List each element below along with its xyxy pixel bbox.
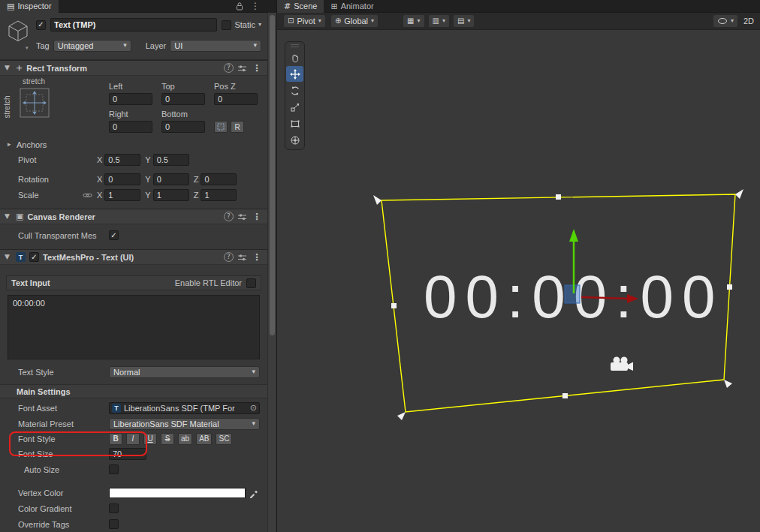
gizmo-plane-handle[interactable] xyxy=(565,285,580,303)
tab-inspector[interactable]: ▤ Inspector xyxy=(0,0,59,13)
anchor-preset-widget[interactable] xyxy=(20,88,50,118)
pivot-mode-button[interactable]: ⊡ Pivot ▾ xyxy=(283,14,326,28)
textmeshpro-presets-icon[interactable] xyxy=(237,253,247,262)
bottom-field[interactable] xyxy=(161,121,205,133)
rect-transform-header: ▼ + Rect Transform ? ⋮ xyxy=(0,60,267,76)
eyedropper-icon[interactable] xyxy=(248,488,260,498)
anchors-foldout-icon[interactable]: ▸ xyxy=(8,141,15,148)
rotation-z-field[interactable] xyxy=(201,173,237,185)
inspector-scrollbar-thumb[interactable] xyxy=(270,15,275,335)
cull-transparent-checkbox[interactable]: ✓ xyxy=(109,230,119,240)
rotation-y-field[interactable] xyxy=(153,173,189,185)
override-tags-label: Override Tags xyxy=(8,520,109,529)
scale-tool-button[interactable] xyxy=(286,99,303,115)
canvas-renderer-kebab-icon[interactable]: ⋮ xyxy=(251,212,263,221)
rotate-tool-button[interactable] xyxy=(286,83,303,98)
gameobject-icon-caret[interactable]: ▾ xyxy=(26,46,29,51)
view-tool-button[interactable] xyxy=(286,50,303,65)
material-preset-dropdown[interactable]: LiberationSans SDF Material ▾ xyxy=(109,418,260,430)
lock-icon[interactable] xyxy=(235,2,244,11)
override-tags-checkbox[interactable] xyxy=(109,519,119,529)
blueprint-mode-button[interactable] xyxy=(214,121,228,133)
camera-settings-button[interactable]: ▾ xyxy=(713,14,738,28)
rect-edge-handle-top[interactable] xyxy=(556,194,561,200)
rect-tool-button[interactable] xyxy=(286,116,303,131)
gameobject-cube-icon[interactable] xyxy=(6,19,30,43)
grid-snap-button[interactable]: ▥ ▾ xyxy=(428,14,450,28)
canvas-renderer-presets-icon[interactable] xyxy=(237,212,247,221)
textmeshpro-foldout-icon[interactable]: ▼ xyxy=(5,254,12,260)
rect-corner-handle-bl[interactable] xyxy=(397,412,406,420)
rect-transform-foldout-icon[interactable]: ▼ xyxy=(5,65,12,71)
scene-viewport[interactable]: 00:00:00 xyxy=(277,30,760,532)
rect-transform-kebab-icon[interactable]: ⋮ xyxy=(251,64,263,73)
font-asset-field[interactable]: T LiberationSans SDF (TMP For ⊙ xyxy=(109,402,260,414)
textmeshpro-help-icon[interactable]: ? xyxy=(224,252,234,262)
color-gradient-checkbox[interactable] xyxy=(109,503,119,513)
rect-corner-handle-br[interactable] xyxy=(724,380,732,388)
uppercase-button[interactable]: AB xyxy=(196,433,212,445)
scale-z-field[interactable] xyxy=(201,189,237,201)
rect-edge-handle-bottom[interactable] xyxy=(562,393,568,398)
canvas-renderer-help-icon[interactable]: ? xyxy=(224,212,234,221)
static-checkbox[interactable] xyxy=(222,20,231,30)
top-field[interactable] xyxy=(161,93,205,105)
rotation-x-label: X xyxy=(97,175,102,184)
static-caret-icon[interactable]: ▾ xyxy=(258,22,261,28)
canvas-renderer-header: ▼ ▣ Canvas Renderer ? ⋮ xyxy=(0,209,267,224)
lowercase-button[interactable]: ab xyxy=(178,433,192,445)
right-field[interactable] xyxy=(109,121,152,133)
camera-gizmo-icon[interactable] xyxy=(611,357,633,371)
rect-edge-handle-left[interactable] xyxy=(391,303,397,308)
tab-animator[interactable]: ⊞ Animator xyxy=(324,0,380,13)
layer-dropdown[interactable]: UI ▾ xyxy=(170,40,261,52)
scale-icon xyxy=(290,102,300,113)
pivot-y-field[interactable] xyxy=(153,154,189,166)
gizmo-y-arrowhead[interactable] xyxy=(569,229,578,242)
posz-field[interactable] xyxy=(214,93,258,105)
mode-2d-toggle[interactable]: 2D xyxy=(742,17,754,26)
strikethrough-button[interactable]: S xyxy=(161,433,174,445)
auto-size-checkbox[interactable] xyxy=(109,464,119,474)
rotation-x-field[interactable] xyxy=(104,173,140,185)
handle-rotation-button[interactable]: ⊕ Global ▾ xyxy=(330,14,378,28)
toolstrip-grip[interactable] xyxy=(285,42,304,49)
object-picker-icon[interactable]: ⊙ xyxy=(250,404,257,412)
canvas-renderer-foldout-icon[interactable]: ▼ xyxy=(5,213,12,220)
transform-tool-button[interactable] xyxy=(286,132,303,148)
textmeshpro-enabled-checkbox[interactable]: ✓ xyxy=(29,252,39,262)
left-field[interactable] xyxy=(109,93,152,105)
rect-transform-presets-icon[interactable] xyxy=(237,64,247,73)
rect-edge-handle-right[interactable] xyxy=(727,284,732,290)
textmeshpro-title: TextMeshPro - Text (UI) xyxy=(43,253,134,262)
text-style-dropdown[interactable]: Normal ▾ xyxy=(109,366,260,378)
scale-x-field[interactable] xyxy=(104,189,140,201)
rect-transform-help-icon[interactable]: ? xyxy=(224,63,234,73)
inspector-scrollbar[interactable] xyxy=(267,13,276,532)
inspector-kebab-icon[interactable]: ⋮ xyxy=(249,2,261,11)
pivot-caret-icon: ▾ xyxy=(318,18,321,24)
enable-rtl-checkbox[interactable] xyxy=(246,278,256,288)
gameobject-name-field[interactable] xyxy=(50,18,217,32)
vertex-color-swatch[interactable] xyxy=(109,488,246,498)
grid-icon: ▦ xyxy=(407,17,414,25)
scale-link-icon[interactable] xyxy=(83,191,92,200)
textmeshpro-kebab-icon[interactable]: ⋮ xyxy=(251,253,263,262)
grid-visibility-button[interactable]: ▦ ▾ xyxy=(403,14,424,28)
rect-corner-handle-tl[interactable] xyxy=(373,195,382,205)
smallcaps-button[interactable]: SC xyxy=(216,433,232,445)
gameobject-active-checkbox[interactable]: ✓ xyxy=(36,20,46,30)
move-tool-button[interactable] xyxy=(286,66,303,82)
move-icon xyxy=(290,69,300,80)
tab-scene[interactable]: # Scene xyxy=(277,0,324,13)
hand-icon xyxy=(290,53,300,63)
tag-dropdown[interactable]: Untagged ▾ xyxy=(53,40,131,52)
scale-x-label: X xyxy=(97,191,102,200)
rect-corner-handle-tr[interactable] xyxy=(735,189,743,199)
snap-increment-button[interactable]: ▤ ▾ xyxy=(453,14,475,28)
raw-edit-mode-button[interactable]: R xyxy=(231,121,244,133)
cull-transparent-label: Cull Transparent Mes xyxy=(8,231,109,240)
pivot-x-field[interactable] xyxy=(104,154,140,166)
scale-y-field[interactable] xyxy=(153,189,189,201)
text-input-area[interactable]: 00:00:00 xyxy=(8,295,260,359)
